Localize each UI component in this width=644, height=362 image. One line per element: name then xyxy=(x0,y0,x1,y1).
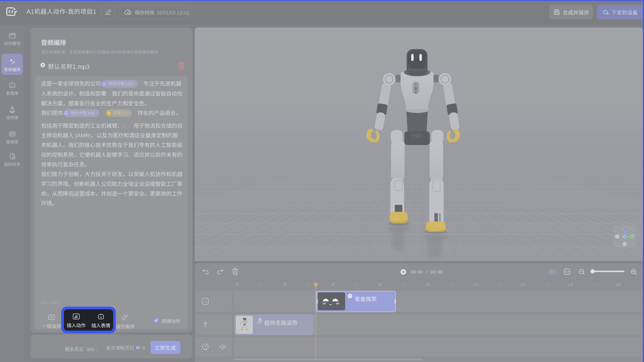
svg-text:X: X xyxy=(631,235,633,238)
svg-text:AI: AI xyxy=(50,316,53,319)
svg-text:Z: Z xyxy=(624,228,625,230)
svg-text:Y: Y xyxy=(624,235,625,238)
